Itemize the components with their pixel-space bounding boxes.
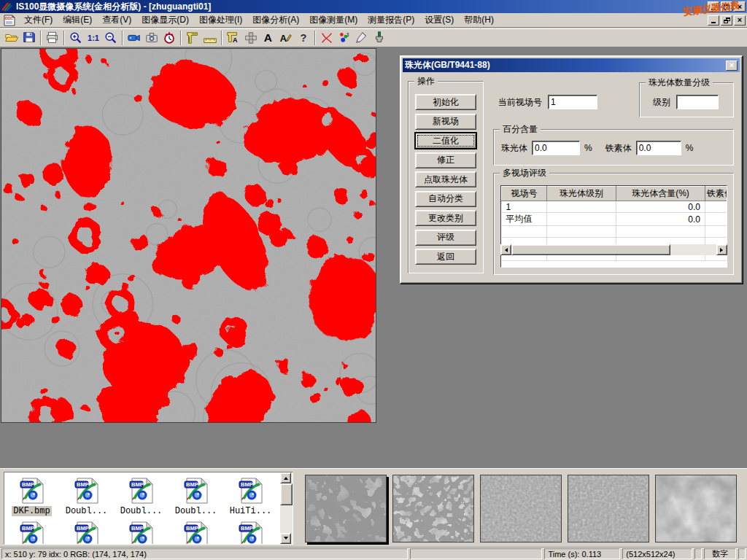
dialog-title-bar[interactable]: 珠光体(GB/T9441-88) × bbox=[403, 58, 740, 72]
document-icon[interactable]: DOC bbox=[3, 15, 16, 26]
minimize-button[interactable] bbox=[708, 1, 719, 12]
op-button-二值化[interactable]: 二值化 bbox=[415, 133, 476, 149]
zoom-out-icon[interactable] bbox=[102, 30, 120, 46]
timer-icon[interactable] bbox=[160, 30, 178, 46]
vscroll-thumb[interactable] bbox=[280, 483, 293, 505]
menu-item-4[interactable]: 图像处理(I) bbox=[194, 12, 247, 28]
ruler-icon[interactable] bbox=[201, 30, 219, 46]
menu-item-8[interactable]: 设置(S) bbox=[419, 12, 459, 28]
table-row[interactable]: 1 0.0 bbox=[502, 201, 728, 213]
scroll-up-button[interactable] bbox=[280, 472, 291, 483]
menu-item-1[interactable]: 编辑(E) bbox=[58, 12, 97, 28]
thumbnail-0[interactable] bbox=[305, 475, 387, 542]
file-item-Doubl...[interactable]: BMP Doubl... bbox=[59, 472, 114, 516]
menu-item-3[interactable]: 图像显示(D) bbox=[136, 12, 194, 28]
toolbar: 1:1AAA?3 bbox=[0, 28, 747, 47]
hscroll-thumb[interactable] bbox=[511, 244, 670, 255]
table-row[interactable] bbox=[502, 226, 728, 238]
menu-item-0[interactable]: 文件(F) bbox=[19, 12, 58, 28]
file-item-DKF.bmp[interactable]: BMP DKF.bmp bbox=[4, 472, 59, 516]
scroll-left-button[interactable] bbox=[500, 244, 511, 255]
op-button-初始化[interactable]: 初始化 bbox=[415, 94, 476, 110]
menu-item-7[interactable]: 测量报告(P) bbox=[363, 12, 419, 28]
actual-size-icon[interactable]: 1:1 bbox=[85, 30, 102, 46]
svg-text:3: 3 bbox=[347, 32, 349, 37]
file-item-hidden-4[interactable]: BMP bbox=[223, 516, 278, 545]
measure-text-icon[interactable]: A bbox=[225, 30, 242, 46]
scroll-right-button[interactable] bbox=[716, 244, 727, 255]
file-list-vscrollbar[interactable] bbox=[280, 472, 293, 544]
col-header-1[interactable]: 珠光体级别 bbox=[547, 187, 616, 201]
file-list: BMP DKF.bmp BMP Doubl... BMP Doubl... BM… bbox=[4, 472, 293, 545]
video-camera-icon[interactable] bbox=[125, 30, 143, 46]
pen-icon[interactable] bbox=[353, 30, 371, 46]
col-header-3[interactable]: 铁素体含量(%) bbox=[705, 187, 728, 201]
open-icon[interactable] bbox=[3, 30, 20, 46]
menu-item-6[interactable]: 图像测量(M) bbox=[304, 12, 363, 28]
status-time: Time (s): 0.113 bbox=[544, 548, 620, 559]
file-item-hidden-2[interactable]: BMP bbox=[114, 516, 169, 545]
help-icon[interactable]: ? bbox=[295, 30, 312, 46]
child-minimize-button[interactable] bbox=[708, 15, 719, 26]
menu-item-2[interactable]: 查看(V) bbox=[97, 12, 136, 28]
file-item-Doubl...[interactable]: BMP Doubl... bbox=[169, 472, 223, 516]
maximize-button[interactable] bbox=[721, 1, 732, 12]
op-button-修正[interactable]: 修正 bbox=[415, 152, 476, 168]
ferrite-label: 铁素体 bbox=[605, 142, 632, 155]
thumbnail-1[interactable] bbox=[392, 475, 474, 542]
pearlite-dialog: 珠光体(GB/T9441-88) × 操作 初始化新视场二值化修正点取珠光体自动… bbox=[400, 55, 743, 284]
scroll-down-button[interactable] bbox=[280, 533, 291, 544]
caliper-icon[interactable] bbox=[184, 30, 201, 46]
text-icon[interactable]: A bbox=[260, 30, 277, 46]
table-row[interactable]: 平均值 0.0 bbox=[502, 213, 728, 226]
thumbnail-2[interactable] bbox=[480, 475, 562, 542]
svg-text:BMP: BMP bbox=[22, 525, 34, 532]
file-name: Doubl... bbox=[119, 506, 164, 516]
stitch-icon[interactable] bbox=[242, 30, 260, 46]
menu-item-5[interactable]: 图像分析(A) bbox=[247, 12, 304, 28]
current-field-row: 当前视场号 bbox=[498, 95, 597, 109]
op-button-返回[interactable]: 返回 bbox=[415, 249, 476, 265]
metallographic-image[interactable] bbox=[1, 48, 376, 423]
current-field-input[interactable] bbox=[548, 95, 597, 109]
toolbar-separator bbox=[40, 31, 42, 45]
zoom-in-icon[interactable] bbox=[67, 30, 85, 46]
menu-item-9[interactable]: 帮助(H) bbox=[459, 12, 499, 28]
file-item-Doubl...[interactable]: BMP Doubl... bbox=[114, 472, 169, 516]
thumbnail-4[interactable] bbox=[655, 475, 737, 542]
ferrite-input[interactable] bbox=[636, 141, 681, 155]
table-hscrollbar[interactable] bbox=[500, 244, 727, 255]
level-input[interactable] bbox=[676, 95, 719, 109]
pearlite-input[interactable] bbox=[532, 141, 580, 155]
child-close-button[interactable]: × bbox=[734, 15, 746, 26]
curve-icon[interactable] bbox=[318, 30, 336, 46]
save-icon[interactable] bbox=[20, 30, 38, 46]
col-header-0[interactable]: 视场号 bbox=[502, 187, 547, 201]
thumbnail-3[interactable] bbox=[568, 475, 649, 542]
particle-count-icon[interactable]: 3 bbox=[336, 30, 353, 46]
col-header-2[interactable]: 珠光体含量(%) bbox=[616, 187, 705, 201]
file-item-hidden-0[interactable]: BMP bbox=[4, 516, 59, 545]
file-name: Doubl... bbox=[64, 506, 109, 516]
op-button-评级[interactable]: 评级 bbox=[415, 230, 476, 246]
rating-table[interactable]: 视场号珠光体级别珠光体含量(%)铁素体含量(%)1 0.0 平均值 0.0 bbox=[500, 185, 727, 268]
app-logo-icon bbox=[1, 1, 13, 12]
brush-icon[interactable] bbox=[371, 30, 388, 46]
capture-icon[interactable] bbox=[143, 30, 160, 46]
op-button-自动分类[interactable]: 自动分类 bbox=[415, 191, 476, 207]
op-button-点取珠光体[interactable]: 点取珠光体 bbox=[415, 171, 476, 187]
svg-text:BMP: BMP bbox=[186, 525, 198, 532]
close-button[interactable]: × bbox=[734, 1, 746, 12]
op-button-新视场[interactable]: 新视场 bbox=[415, 114, 476, 130]
op-button-更改类别[interactable]: 更改类别 bbox=[415, 210, 476, 226]
annotate-icon[interactable]: A bbox=[277, 30, 295, 46]
file-item-hidden-3[interactable]: BMP bbox=[169, 516, 223, 545]
print-icon[interactable] bbox=[44, 30, 61, 46]
child-restore-button[interactable] bbox=[721, 15, 732, 26]
file-item-hidden-1[interactable]: BMP bbox=[59, 516, 114, 545]
dialog-close-button[interactable]: × bbox=[726, 61, 738, 71]
ferrite-unit: % bbox=[686, 143, 694, 153]
file-item-HuiTi...[interactable]: BMP HuiTi... bbox=[223, 472, 278, 516]
operation-group-label: 操作 bbox=[414, 76, 438, 86]
file-browser-panel: BMP DKF.bmp BMP Doubl... BMP Doubl... BM… bbox=[0, 468, 747, 547]
